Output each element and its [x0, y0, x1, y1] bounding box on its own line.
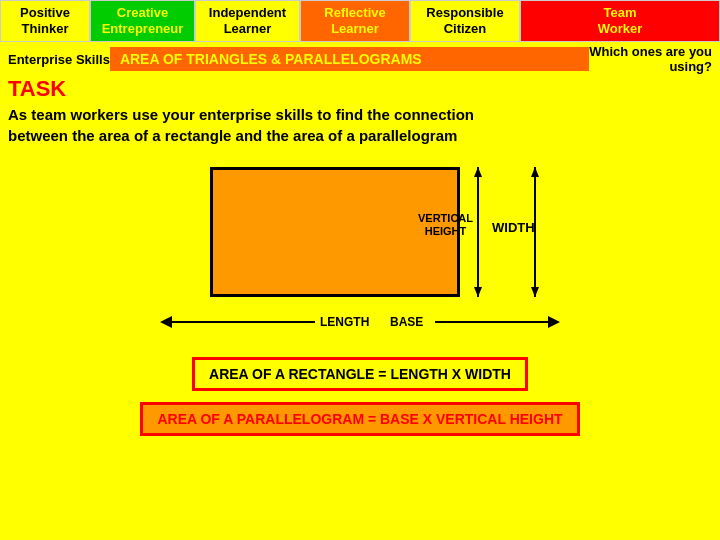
- parallelogram-formula-row: AREA OF A PARALLELOGRAM = BASE X VERTICA…: [0, 398, 720, 440]
- enterprise-skills-label: Enterprise Skills: [0, 52, 110, 67]
- length-base-arrows: LENGTH BASE: [160, 310, 560, 335]
- svg-marker-11: [548, 316, 560, 328]
- rectangle-formula-row: AREA OF A RECTANGLE = LENGTH X WIDTH: [0, 353, 720, 395]
- task-description: As team workers use your enterprise skil…: [8, 104, 712, 146]
- task-section: TASK As team workers use your enterprise…: [0, 76, 720, 146]
- width-arrow: [525, 167, 545, 297]
- nav-positive-thinker[interactable]: Positive Thinker: [0, 0, 90, 42]
- svg-marker-6: [160, 316, 172, 328]
- rectangle-formula: AREA OF A RECTANGLE = LENGTH X WIDTH: [192, 357, 528, 391]
- which-ones-text-1: Which ones are you: [589, 44, 712, 59]
- diagram-area: VERTICAL HEIGHT WIDTH LENGTH BASE: [0, 152, 720, 347]
- nav-creative-entrepreneur[interactable]: Creative Entrepreneur: [90, 0, 195, 42]
- banner-title: AREA OF TRIANGLES & PARALLELOGRAMS: [110, 47, 589, 71]
- svg-text:BASE: BASE: [390, 315, 423, 329]
- vertical-height-label: VERTICAL HEIGHT: [418, 212, 473, 238]
- svg-marker-4: [531, 167, 539, 177]
- parallelogram-formula: AREA OF A PARALLELOGRAM = BASE X VERTICA…: [140, 402, 579, 436]
- svg-marker-1: [474, 167, 482, 177]
- svg-text:LENGTH: LENGTH: [320, 315, 369, 329]
- nav-independent-learner[interactable]: Independent Learner: [195, 0, 300, 42]
- which-ones-text-2: using?: [669, 59, 712, 74]
- svg-marker-5: [531, 287, 539, 297]
- top-navigation: Positive Thinker Creative Entrepreneur I…: [0, 0, 720, 42]
- task-label: TASK: [8, 76, 712, 102]
- nav-responsible-citizen[interactable]: Responsible Citizen: [410, 0, 520, 42]
- svg-marker-2: [474, 287, 482, 297]
- nav-reflective-learner[interactable]: Reflective Learner: [300, 0, 410, 42]
- nav-team-worker[interactable]: Team Worker: [520, 0, 720, 42]
